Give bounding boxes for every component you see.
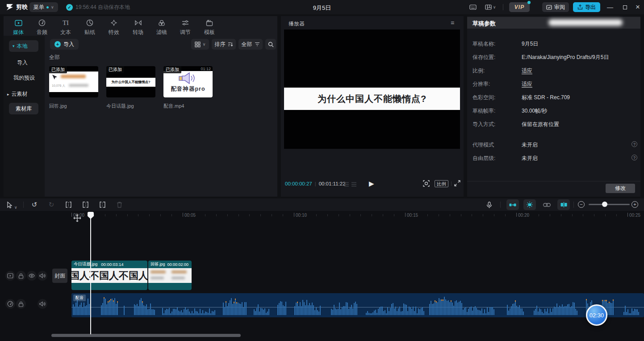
shortcut-keyboard-button[interactable] (467, 2, 479, 13)
quality-icon (351, 182, 357, 187)
player-menu-button[interactable]: ≡ (451, 19, 454, 26)
timeline-zoom-slider[interactable] (589, 204, 630, 205)
tab-adjust[interactable]: 调节 (174, 18, 197, 36)
video-track-mute-button[interactable] (38, 271, 47, 281)
answer-meta-text: 10,076 人 (52, 84, 65, 88)
color-space-value: 标准 SDR - Rec.709 (522, 94, 570, 101)
close-icon: × (636, 3, 640, 12)
undo-button[interactable]: ↺ (30, 201, 38, 208)
select-tool-dropdown[interactable]: ∨ (14, 202, 17, 210)
cover-button[interactable]: 封面 (52, 269, 67, 283)
clip-answer-filmstrip[interactable] (148, 268, 192, 283)
undo-icon: ↺ (32, 201, 38, 209)
audio-icon (38, 19, 46, 26)
audio-track-mute-button[interactable] (38, 299, 47, 309)
help-icon[interactable]: ? (631, 141, 637, 147)
play-button[interactable]: ▶ (369, 180, 374, 188)
sort-button[interactable]: 排序 (212, 39, 236, 50)
window-minimize-button[interactable]: — (604, 2, 616, 13)
split-keep-left-button[interactable] (81, 201, 89, 208)
audio-clip-voiceover[interactable]: 配音 (71, 293, 644, 317)
clip-answer-header[interactable]: 回答.jpg 00:00:02:00 (148, 261, 192, 268)
vip-button[interactable]: VIP (509, 2, 530, 12)
triangle-down-icon: ▾ (13, 44, 15, 48)
fullscreen-button[interactable] (454, 180, 460, 186)
cursor-icon (7, 202, 13, 208)
media-card-voiceover[interactable]: 已添加 01:12 配音神器pro (163, 66, 213, 97)
audio-clip-label: 配音 (73, 295, 86, 301)
media-card-answer[interactable]: 已添加 10,076 人 (49, 66, 98, 97)
total-duration: 00:01:11:22 (319, 181, 346, 186)
auto-snap-button[interactable] (523, 199, 536, 210)
zoom-out-button[interactable]: − (578, 201, 585, 208)
frame-preview-button[interactable] (423, 180, 430, 187)
menu-button[interactable]: 菜单 ∨ (29, 2, 58, 12)
record-voiceover-button[interactable] (485, 201, 493, 208)
export-button[interactable]: 导出 (573, 2, 600, 12)
split-button[interactable] (64, 201, 72, 208)
split-keep-right-button[interactable] (98, 201, 106, 208)
clip-topic-header[interactable]: 今日话题.jpg 00:00:03:14 (71, 261, 147, 268)
link-icon (543, 203, 551, 207)
video-track-lock-button[interactable] (16, 271, 26, 281)
preview-axis-button[interactable] (557, 199, 570, 210)
link-preview-button[interactable] (541, 201, 552, 208)
magnet-icon (509, 202, 516, 207)
tab-text[interactable]: TI 文本 (54, 18, 77, 36)
review-button[interactable]: 审阅 (542, 2, 569, 12)
focus-scan-icon (423, 180, 430, 187)
sidebar-item-local[interactable]: ▾ 本地 (9, 40, 38, 52)
answer-thumb-icon (52, 74, 58, 80)
clip-answer-footer (148, 283, 192, 290)
delete-button[interactable] (115, 201, 123, 208)
media-card-topic[interactable]: 已添加 为什么中国人不能懒惰点? (106, 66, 155, 97)
sidebar-item-import[interactable]: 导入 (17, 59, 28, 67)
sidebar-item-cloud[interactable]: ▸ 云素材 (7, 90, 28, 98)
ratio-value-dropdown[interactable]: 适应 (522, 67, 532, 75)
zoom-slider-handle[interactable] (602, 202, 607, 207)
modify-button[interactable]: 修改 (606, 184, 635, 193)
media-card-filename: 回答.jpg (49, 103, 67, 109)
tab-sticker[interactable]: 贴纸 (78, 18, 101, 36)
search-button[interactable] (265, 39, 276, 50)
review-icon (546, 5, 552, 10)
zoom-in-button[interactable]: + (631, 201, 638, 208)
tab-effects[interactable]: 特效 (102, 18, 125, 36)
tab-media[interactable]: 媒体 (7, 18, 30, 36)
sidebar-item-presets[interactable]: 我的预设 (13, 74, 35, 82)
layout-switch-button[interactable]: ∨ (482, 2, 498, 13)
redo-button[interactable]: ↻ (47, 201, 55, 208)
recorder-timer-badge[interactable]: 02:30 (586, 304, 607, 326)
tab-template[interactable]: 模板 (198, 18, 221, 36)
lock-icon (18, 301, 24, 307)
aspect-ratio-button[interactable]: 比例 (435, 180, 448, 187)
video-track-visibility-button[interactable] (27, 271, 37, 281)
resolution-value-dropdown[interactable]: 适应 (522, 80, 532, 88)
filter-button[interactable]: 全部 (238, 39, 263, 50)
clip-topic-filmstrip[interactable]: 国人不国人不国人不国人 (71, 268, 147, 283)
sidebar-item-library[interactable]: 素材库 (9, 103, 38, 114)
current-time: 00:00:00:27 (285, 181, 312, 186)
redacted-text (69, 84, 88, 87)
main-track-magnet-button[interactable] (506, 199, 519, 210)
timeline-ruler[interactable]: 00:00 00:05 00:10 00:15 00:20 00:25 (0, 211, 644, 221)
window-close-button[interactable]: × (631, 2, 644, 13)
tab-filter[interactable]: 滤镜 (150, 18, 173, 36)
eye-icon (29, 274, 35, 278)
audio-track-lock-button[interactable] (16, 299, 26, 309)
horizontal-scrollbar[interactable] (51, 334, 241, 337)
help-icon[interactable]: ? (631, 155, 637, 160)
added-badge: 已添加 (49, 66, 67, 73)
app-logo: 剪映 (6, 3, 28, 11)
voiceover-thumb-text: 配音神器pro (163, 85, 213, 93)
window-maximize-button[interactable] (619, 2, 631, 13)
video-viewport[interactable]: 为什么中国人不能懒惰点? (284, 29, 460, 149)
tab-audio[interactable]: 音频 (30, 18, 54, 36)
topic-thumb-text: 为什么中国人不能懒惰点? (111, 80, 150, 84)
draft-params-panel: 草稿参数 草稿名称: 9月5日 保存位置: E:/Naraka/Jianying… (467, 16, 640, 197)
import-button[interactable]: + 导入 (50, 39, 79, 50)
tab-transition[interactable]: 转场 (126, 18, 150, 36)
autosave-status: ✓ 19:56:44 自动保存本地 (66, 4, 130, 11)
view-mode-button[interactable]: ∨ (191, 39, 209, 50)
select-tool-button[interactable] (5, 201, 13, 208)
